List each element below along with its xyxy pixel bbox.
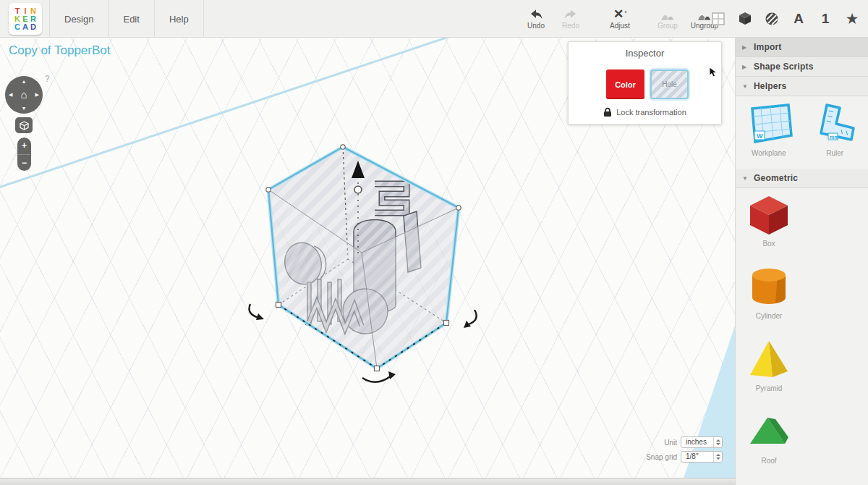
undo-icon	[529, 5, 543, 21]
box-shape-icon	[746, 192, 792, 238]
home-view-icon[interactable]: ⌂	[20, 88, 27, 101]
round-roof-shape-icon	[746, 481, 792, 485]
holes-icon[interactable]	[763, 10, 780, 28]
shape-cylinder[interactable]: Cylinder	[736, 261, 802, 333]
logo-letter: C	[14, 23, 21, 31]
section-shape-scripts[interactable]: ▶ Shape Scripts	[736, 57, 868, 77]
adjust-icon: ✕▾	[613, 5, 626, 21]
unit-select[interactable]: inches	[681, 436, 723, 448]
pan-right-arrow[interactable]: ▶	[35, 92, 39, 98]
nav-help-link[interactable]: ?	[45, 74, 50, 84]
grid-settings: Unit inches Snap grid 1/8"	[642, 436, 723, 465]
color-swatch-button[interactable]: Color	[606, 69, 644, 99]
logo-letter: N	[30, 7, 37, 15]
view-navigation-pad[interactable]: ▲ ▼ ◀ ▶ ⌂	[5, 76, 43, 114]
canvas-bottom-edge	[0, 478, 735, 485]
section-geometric[interactable]: ▼ Geometric	[736, 169, 868, 188]
inspector-title: Inspector	[569, 48, 721, 59]
pan-down-arrow[interactable]: ▼	[22, 106, 27, 111]
unit-label: Unit	[642, 439, 677, 447]
height-handle[interactable]	[354, 186, 362, 193]
chevron-down-icon: ▼	[742, 83, 749, 90]
symbols-icon[interactable]: ★	[843, 10, 861, 28]
letters-icon[interactable]: A	[790, 10, 807, 28]
roof-shape-icon	[746, 409, 792, 455]
inspector-panel: Inspector Color Hole Lock transformation	[568, 41, 722, 125]
shape-category-shortcuts: A 1 ★	[710, 0, 861, 38]
section-import[interactable]: ▶ Import	[736, 38, 868, 57]
helper-ruler[interactable]: mm Ruler	[802, 102, 868, 169]
menu-help[interactable]: Help	[155, 0, 204, 38]
logo-letter: K	[14, 15, 21, 23]
snap-grid-select[interactable]: 1/8"	[681, 451, 723, 463]
pan-up-arrow[interactable]: ▲	[22, 79, 27, 84]
geometric-shapes: Box Cylinder Pyramid Roof	[736, 188, 868, 485]
chevron-right-icon: ▶	[742, 64, 749, 70]
snap-stepper-icon	[713, 452, 722, 462]
hole-swatch-button[interactable]: Hole	[650, 69, 689, 99]
shape-round-roof[interactable]: Round Roof	[736, 478, 802, 485]
chevron-right-icon: ▶	[742, 44, 749, 51]
logo-letter: R	[30, 15, 37, 23]
orbit-cube-icon	[20, 121, 29, 130]
geometric-shapes-icon[interactable]	[736, 10, 754, 28]
menu-edit[interactable]: Edit	[109, 0, 154, 38]
ruler-icon: mm	[809, 102, 860, 146]
shape-box[interactable]: Box	[736, 188, 802, 261]
snap-grid-label: Snap grid	[642, 453, 677, 461]
chevron-down-icon: ▼	[742, 175, 749, 182]
helpers-items: W Workplane mm Ruler	[736, 96, 868, 169]
cylinder-shape-icon	[746, 264, 792, 311]
workplane-edge	[0, 38, 481, 188]
design-title: Copy of TopperBot	[9, 43, 111, 58]
numbers-icon[interactable]: 1	[817, 10, 834, 28]
selected-model[interactable]	[250, 145, 477, 382]
pan-left-arrow[interactable]: ◀	[9, 92, 12, 98]
zoom-in-button[interactable]: +	[17, 138, 31, 155]
pyramid-shape-icon	[746, 337, 792, 383]
helper-workplane[interactable]: W Workplane	[736, 102, 802, 169]
group-button[interactable]: Group	[651, 5, 684, 30]
shape-pyramid[interactable]: Pyramid	[736, 333, 802, 405]
zoom-control: + −	[17, 138, 31, 171]
viewport-3d[interactable]: Copy of TopperBot	[0, 38, 735, 485]
zoom-out-button[interactable]: −	[17, 155, 31, 172]
shape-roof[interactable]: Roof	[736, 405, 802, 478]
shapes-sidebar: ▶ Import ▶ Shape Scripts ▼ Helpers W Wor…	[735, 38, 868, 485]
menu-design[interactable]: Design	[50, 0, 109, 38]
svg-text:W: W	[757, 132, 763, 140]
lock-icon	[603, 107, 612, 117]
unit-stepper-icon	[713, 437, 722, 447]
redo-icon	[563, 5, 578, 21]
svg-text:mm: mm	[830, 135, 838, 140]
section-helpers[interactable]: ▼ Helpers	[736, 77, 868, 96]
logo-letter: T	[14, 7, 21, 15]
mouse-cursor	[709, 67, 718, 77]
workplane-shortcut-icon[interactable]	[710, 10, 727, 28]
logo-letter: I	[22, 7, 29, 15]
logo-letter: A	[22, 23, 29, 31]
tinkercad-logo[interactable]: TIN KER CAD	[9, 3, 42, 35]
top-toolbar: TIN KER CAD Design Edit Help Undo Redo ✕…	[0, 0, 868, 38]
orbit-view-button[interactable]	[15, 117, 33, 133]
redo-button[interactable]: Redo	[554, 5, 587, 30]
logo-letter: E	[22, 15, 29, 23]
undo-button[interactable]: Undo	[519, 5, 553, 30]
workplane-icon: W	[744, 102, 794, 146]
group-icon	[658, 5, 677, 21]
main-menu: Design Edit Help	[49, 0, 204, 38]
lock-transformation-toggle[interactable]: Lock transformation	[569, 107, 721, 117]
logo-letter: D	[30, 23, 37, 31]
adjust-button[interactable]: ✕▾ Adjust	[602, 5, 638, 30]
